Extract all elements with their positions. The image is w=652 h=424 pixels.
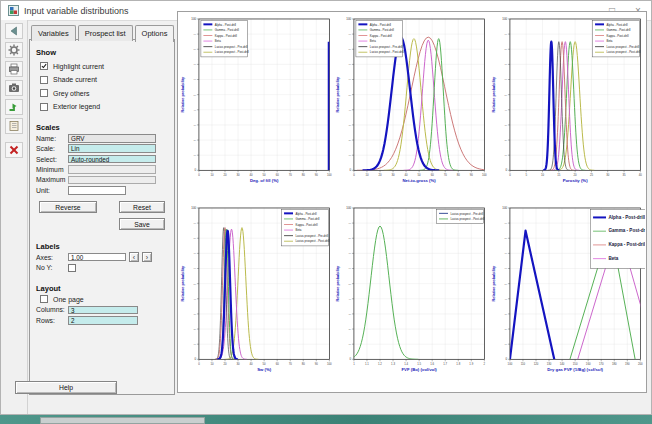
svg-text:Gamma - Post-drill: Gamma - Post-drill [608,229,645,234]
checkbox-highlight-current[interactable]: Highlight current [40,62,174,71]
printer-icon[interactable] [5,61,23,77]
axes-spin-down[interactable]: ‹ [129,252,139,262]
svg-text:20: 20 [194,139,197,141]
back-arrow-icon[interactable] [5,23,23,39]
svg-text:150: 150 [572,362,577,366]
svg-text:15: 15 [557,173,561,177]
checkbox-one-page[interactable]: One page [40,295,174,304]
checkbox-box[interactable] [40,62,48,70]
columns-input[interactable]: 3 [68,306,138,315]
left-toolbar [1,20,28,414]
svg-text:100: 100 [191,206,196,210]
scale-input[interactable]: Lin [68,144,156,153]
field-maximum: Maximum [36,176,174,185]
checkbox-exterior-legend[interactable]: Exterior legend [40,102,174,111]
svg-text:1.4: 1.4 [404,362,408,366]
svg-text:Deg. of fill (%): Deg. of fill (%) [250,178,279,183]
svg-text:90: 90 [349,33,352,35]
svg-text:FVF (Bo) (vol/vol): FVF (Bo) (vol/vol) [402,367,438,372]
plot-net-to-gross: 0102030405060708090100010203040506070809… [334,13,489,202]
svg-text:70: 70 [504,253,507,255]
svg-text:Lucius prospect - Pre-drill: Lucius prospect - Pre-drill [606,45,639,49]
svg-text:Beta: Beta [215,39,221,43]
svg-text:70: 70 [504,63,507,65]
svg-text:50: 50 [263,362,267,366]
layout-section-title: Layout [36,284,174,293]
input-variable-distributions-window: Input variable distributions – □ × [0,0,652,415]
field-label: Select: [36,156,68,163]
svg-text:25: 25 [590,173,594,177]
save-button[interactable]: Save [119,218,165,230]
svg-text:80: 80 [349,237,352,239]
svg-text:50: 50 [349,283,352,285]
svg-text:Gamma - Post-drill: Gamma - Post-drill [295,217,319,221]
svg-text:40: 40 [504,109,507,111]
svg-text:Alpha - Post-drill: Alpha - Post-drill [295,212,316,216]
axes-spin-up[interactable]: › [142,252,152,262]
svg-text:70: 70 [444,173,448,177]
axes-input[interactable]: 1.00 [68,253,126,262]
svg-text:140: 140 [559,362,564,366]
svg-text:0: 0 [505,357,507,361]
notebook-icon[interactable] [5,118,23,134]
svg-text:100: 100 [191,17,196,21]
svg-text:160: 160 [586,362,591,366]
svg-text:30: 30 [504,124,507,126]
svg-text:Lucius prospect - Post-drill: Lucius prospect - Post-drill [215,50,249,54]
svg-text:Relative probability: Relative probability [335,265,340,302]
svg-text:Lucius prospect - Pre-drill: Lucius prospect - Pre-drill [295,234,328,238]
unit-input[interactable] [68,186,126,195]
tab-prospect-list[interactable]: Prospect list [78,25,133,41]
field-scale: Scale: Lin [36,144,174,153]
name-input[interactable]: GRV [68,134,156,143]
camera-icon[interactable] [5,80,23,96]
svg-text:Lucius prospect - Pre-drill: Lucius prospect - Pre-drill [370,45,403,49]
svg-text:Kappa - Post-drill: Kappa - Post-drill [370,34,392,38]
svg-text:0: 0 [198,362,200,366]
gear-icon[interactable] [5,42,23,58]
tab-options[interactable]: Options [135,25,175,42]
field-label: Unit: [36,187,68,194]
svg-text:Lucius prospect - Post-drill: Lucius prospect - Post-drill [606,50,640,54]
checkbox-grey-others[interactable]: Grey others [40,89,174,98]
svg-text:10: 10 [366,173,370,177]
svg-text:Gamma - Post-drill: Gamma - Post-drill [215,28,239,32]
delete-red-x-icon[interactable] [5,142,23,158]
rows-input[interactable]: 2 [68,316,138,325]
svg-text:Kappa - Post-drill: Kappa - Post-drill [215,34,237,38]
plot-sw: 0102030405060708090100010203040506070809… [179,202,334,391]
field-select: Select: Auto-rounded [36,155,174,164]
svg-text:0: 0 [195,168,197,172]
help-button[interactable]: Help [15,381,117,394]
svg-text:90: 90 [504,222,507,224]
tab-variables[interactable]: Variables [31,25,76,41]
checkbox-shade-current[interactable]: Shade current [40,75,174,84]
svg-text:Kappa - Post-drill: Kappa - Post-drill [295,223,317,227]
svg-text:60: 60 [276,362,280,366]
checkbox-box[interactable] [40,76,48,84]
svg-text:190: 190 [625,362,630,366]
minimum-input[interactable] [68,165,156,174]
select-input[interactable]: Auto-rounded [68,155,156,164]
maximum-input[interactable] [68,176,156,185]
field-label: Scale: [36,145,68,152]
checkbox-box[interactable] [40,295,48,303]
svg-text:0: 0 [509,173,511,177]
app-icon [8,5,19,16]
svg-text:40: 40 [504,298,507,300]
svg-text:Lucius prospect - Pre-drill: Lucius prospect - Pre-drill [451,212,484,216]
checkbox-box[interactable] [40,103,48,111]
svg-text:40: 40 [405,173,409,177]
field-label: Minimum [36,166,68,173]
svg-text:Alpha - Post-drill: Alpha - Post-drill [370,23,391,27]
svg-text:170: 170 [599,362,604,366]
svg-text:0: 0 [353,173,355,177]
checkbox-box[interactable] [40,89,48,97]
no-y-checkbox[interactable] [68,264,76,272]
svg-text:Alpha - Post-drill: Alpha - Post-drill [215,23,236,27]
apply-green-arrow-icon[interactable] [5,99,23,115]
reset-button[interactable]: Reset [119,201,165,213]
reverse-button[interactable]: Reverse [39,201,97,213]
taskbar-item[interactable] [40,417,205,424]
svg-text:100: 100 [507,362,512,366]
